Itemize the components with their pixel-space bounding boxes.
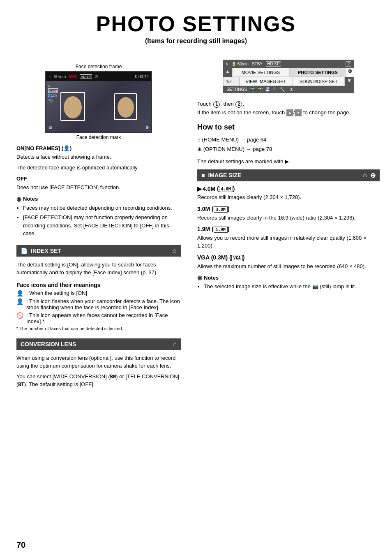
circle-1: 1 bbox=[213, 101, 220, 108]
face-icon-1-desc: : When the setting is [ON] bbox=[26, 290, 87, 296]
settings-menu-screenshot: × 🔋 60min STBY HD:SP ? ▲ MOVIE SETTINGS … bbox=[223, 60, 354, 93]
conversion-lens-desc1: When using a conversion lens (optional),… bbox=[16, 354, 181, 370]
menu-arrow-down[interactable]: ▼ bbox=[345, 77, 354, 86]
sound-disp-set-btn[interactable]: SOUND/DISP SET bbox=[292, 77, 345, 86]
image-size-3m: 3.0M (3.0M) Records still images clearly… bbox=[197, 206, 380, 222]
tele-sym: BT bbox=[18, 382, 24, 387]
face-icons-title: Face icons and their meanings bbox=[16, 282, 181, 288]
menu-arrow-up[interactable]: ▲ bbox=[223, 68, 232, 77]
photo-icon-bottom[interactable]: 📸 bbox=[258, 87, 263, 92]
image-size-home-icon: ⌂ bbox=[363, 171, 367, 179]
face-icon-2: 👤 bbox=[16, 298, 25, 305]
cam-icon-bottom[interactable]: 📷 bbox=[250, 87, 255, 92]
image-size-19m: 1.9M (1.9M) Allows you to record more st… bbox=[197, 226, 380, 250]
notes-header: Notes bbox=[23, 196, 38, 202]
wide-sym: BW bbox=[110, 374, 116, 380]
badge-4m: 4.0M bbox=[219, 186, 233, 192]
index-set-section: 📄 INDEX SET ⌂ The default setting is [ON… bbox=[16, 245, 181, 331]
how-to-item-2: ⊕ (OPTION MENU) → page 78 bbox=[197, 144, 380, 154]
conversion-lens-title: CONVERSION LENS bbox=[21, 341, 76, 347]
image-size-note-1: The selected image size is effective whi… bbox=[204, 282, 380, 291]
usb-icon-bottom[interactable]: 🔌 bbox=[272, 87, 277, 92]
note-item-1: Faces may not be detected depending on r… bbox=[23, 204, 181, 212]
image-size-4m: ▶4.0M (4.0M) Records still images clearl… bbox=[197, 185, 380, 201]
page-number: 70 bbox=[16, 540, 25, 550]
index-set-icon: 📄 bbox=[21, 248, 28, 254]
circle-2: 2 bbox=[235, 101, 242, 108]
wrench-icon-bottom[interactable]: 🔧 bbox=[280, 87, 285, 92]
face-icon-3-desc: : This icon appears when faces cannot be… bbox=[26, 312, 181, 324]
default-triangle-4m: ▶ bbox=[197, 185, 202, 192]
conversion-lens-desc2: You can select [WIDE CONVERSION] (BW) or… bbox=[16, 373, 181, 389]
index-set-title: INDEX SET bbox=[31, 248, 61, 254]
off-section: OFF Does not use [FACE DETECTION] functi… bbox=[16, 176, 181, 192]
conversion-lens-home-icon: ⌂ bbox=[173, 340, 177, 348]
image-size-vga-desc: Allows the maximum number of still image… bbox=[197, 262, 380, 271]
on-no-frames-desc1: Detects a face without showing a frame. bbox=[16, 153, 181, 161]
on-no-frames-title: ON[NO FRAMES] ( bbox=[16, 145, 63, 151]
image-size-notes-icon: ◉ bbox=[197, 274, 202, 281]
on-no-frames-section: ON[NO FRAMES] (👤) Detects a face without… bbox=[16, 145, 181, 171]
image-size-4m-desc: Records still images clearly (2,304 × 1,… bbox=[197, 193, 380, 201]
page-subtitle: (Items for recording still images) bbox=[16, 37, 376, 45]
menu-page-label: 1/2 bbox=[223, 77, 240, 86]
menu-battery: 🔋 60min bbox=[231, 62, 249, 66]
photo-settings-btn[interactable]: PHOTO SETTINGS bbox=[289, 68, 346, 77]
menu-circled-2: ② bbox=[346, 68, 354, 77]
movie-settings-btn[interactable]: MOVIE SETTINGS bbox=[232, 68, 289, 77]
index-set-desc: The default setting is [ON], allowing yo… bbox=[16, 261, 181, 277]
badge-vga: VGA bbox=[231, 255, 243, 261]
index-set-home-icon: ⌂ bbox=[173, 247, 177, 255]
badge-19m: 1.9M bbox=[214, 227, 228, 233]
how-to-set-section: How to set ⌂ (HOME MENU) → page 64 ⊕ (OP… bbox=[197, 123, 380, 154]
conversion-lens-section: CONVERSION LENS ⌂ When using a conversio… bbox=[16, 338, 181, 389]
menu-circled-1: ① bbox=[290, 87, 293, 92]
page-title: PHOTO SETTINGS bbox=[16, 12, 376, 36]
how-to-set-title: How to set bbox=[197, 123, 380, 132]
notes-icon: ◉ bbox=[16, 196, 21, 202]
face-detection-notes: ◉ Notes Faces may not be detected depend… bbox=[16, 196, 181, 238]
nav-up-icon: ▲ bbox=[286, 109, 293, 116]
default-settings-note: The default settings are marked with ▶. bbox=[197, 158, 380, 164]
menu-hdsd: HD:SP bbox=[266, 61, 281, 67]
settings-label: SETTINGS bbox=[226, 87, 247, 92]
off-desc: Does not use [FACE DETECTION] function. bbox=[16, 183, 181, 192]
menu-question[interactable]: ? bbox=[346, 61, 351, 67]
face-icon-asterisk: * The number of faces that can be detect… bbox=[16, 326, 181, 331]
nav-down-icon: ▼ bbox=[295, 109, 302, 116]
image-size-notes: ◉ Notes The selected image size is effec… bbox=[197, 274, 380, 291]
off-title: OFF bbox=[16, 176, 181, 182]
still-lamp-icon: 📷 bbox=[312, 284, 318, 289]
image-size-title: IMAGE SIZE bbox=[208, 172, 241, 178]
on-no-frames-desc2: The detected face image is optimized aut… bbox=[16, 164, 181, 172]
image-size-section: ■ IMAGE SIZE ⌂ ⊕ ▶4.0M (4.0M) Records st… bbox=[197, 169, 380, 291]
sd-icon-bottom[interactable]: 💾 bbox=[265, 87, 270, 92]
face-detection-mark-label: Face detection mark bbox=[16, 134, 181, 140]
menu-stby: STBY bbox=[252, 62, 263, 66]
face-icon-3: 🚫 bbox=[16, 312, 25, 319]
face-detection-frame-label: Face detection frame bbox=[16, 64, 181, 69]
image-size-19m-desc: Allows you to record more still images i… bbox=[197, 234, 380, 250]
view-images-set-btn[interactable]: VIEW IMAGES SET bbox=[240, 77, 292, 86]
image-size-3m-desc: Records still images clearly in the 16:9… bbox=[197, 214, 380, 222]
face-icon-2-desc: : This icon flashes when your camcorder … bbox=[26, 298, 181, 310]
image-size-notes-header: Notes bbox=[204, 275, 219, 281]
image-size-vga: VGA (0.3M) (VGA) Allows the maximum numb… bbox=[197, 254, 380, 270]
image-size-icon: ■ bbox=[201, 172, 205, 178]
camera-screenshot: ⌂ 60min REC HD:SP ⊙ 0:00:14 5.1ch bbox=[45, 71, 152, 133]
settings-bottom-icons: 📷 📸 💾 🔌 🔧 bbox=[250, 87, 285, 92]
menu-close-icon[interactable]: × bbox=[226, 62, 228, 66]
badge-3m: 3.0M bbox=[214, 206, 228, 213]
face-icon-1: 👤 bbox=[16, 290, 25, 296]
image-size-option-icon: ⊕ bbox=[370, 171, 376, 179]
touch-instruction: Touch 1, then 2. If the item is not on t… bbox=[197, 100, 380, 117]
note-item-2: [FACE DETECTION] may not function proper… bbox=[23, 213, 181, 238]
how-to-item-1: ⌂ (HOME MENU) → page 64 bbox=[197, 135, 380, 144]
